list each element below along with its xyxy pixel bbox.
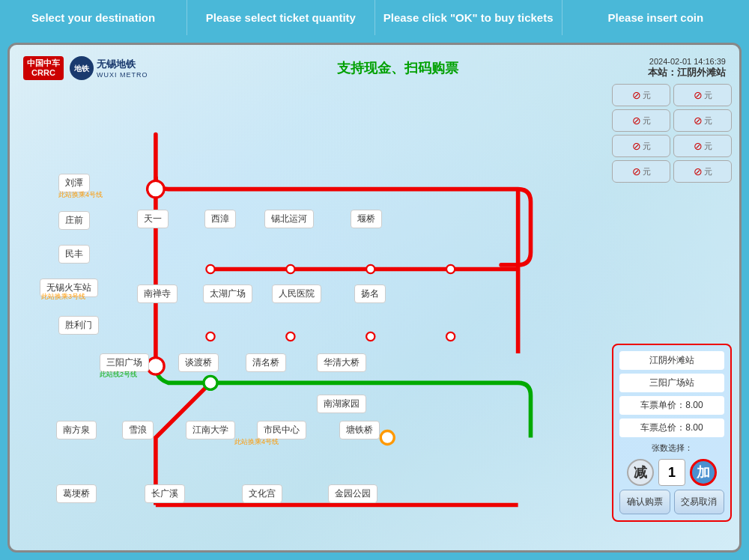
svg-point-11 — [286, 332, 294, 341]
decrease-button[interactable]: 减 — [627, 459, 654, 486]
no-icon-5: ⊘ — [632, 140, 641, 152]
transfer-note-3: 此站线2号线 — [100, 370, 137, 380]
metro-logo: 地铁 无锡地铁 WUXI METRO — [70, 56, 148, 80]
svg-text:地铁: 地铁 — [73, 64, 90, 73]
total-price: 车票总价：8.00 — [619, 419, 724, 437]
svg-point-5 — [380, 431, 394, 445]
station-minfeng[interactable]: 民丰 — [58, 245, 90, 264]
station-yangming[interactable]: 扬名 — [354, 284, 386, 303]
payment-grid: ⊘ 元 ⊘ 元 ⊘ 元 ⊘ 元 — [612, 84, 732, 183]
station-nanhu[interactable]: 南湖家园 — [317, 395, 366, 413]
station-tatieqiao[interactable]: 塘铁桥 — [339, 421, 380, 439]
station-qingmingqiao[interactable]: 清名桥 — [246, 353, 286, 372]
station-tianyi[interactable]: 天一 — [137, 210, 169, 228]
station-renminyyuan[interactable]: 人民医院 — [272, 284, 321, 303]
station-huaqing[interactable]: 华清大桥 — [317, 353, 366, 372]
metro-icon: 地铁 — [70, 56, 94, 80]
quantity-label: 张数选择： — [619, 441, 724, 455]
station-jinyuan[interactable]: 金园公园 — [328, 484, 377, 503]
svg-point-4 — [204, 377, 217, 390]
map-area: 刘潭 庄前 民丰 无锡火车站 胜利门 天一 西漳 锡北运河 堰桥 南禅寺 太湖广… — [17, 84, 606, 522]
top-instruction-bar: Select your destination Please select ti… — [0, 0, 749, 35]
action-buttons: 确认购票 交易取消 — [619, 490, 724, 514]
quantity-controls: 减 1 加 — [619, 459, 724, 486]
station-tanduqiao[interactable]: 谈渡桥 — [178, 353, 219, 372]
main-content: 中国中车 CRRC 地铁 无锡地铁 WUXI METRO — [0, 35, 749, 560]
station-shengliemen[interactable]: 胜利门 — [58, 316, 99, 335]
svg-point-2 — [148, 181, 165, 198]
right-panel: ⊘ 元 ⊘ 元 ⊘ 元 ⊘ 元 — [612, 84, 732, 522]
unit-price: 车票单价：8.00 — [619, 396, 724, 415]
metro-text: 无锡地铁 WUXI METRO — [97, 58, 148, 79]
add-button[interactable]: 加 — [690, 459, 717, 486]
from-station: 江阴外滩站 — [619, 351, 724, 370]
ticket-machine-screen: 中国中车 CRRC 地铁 无锡地铁 WUXI METRO — [7, 43, 742, 553]
station-nanfangquan[interactable]: 南方泉 — [56, 421, 97, 439]
station-taihugc[interactable]: 太湖广场 — [203, 284, 252, 303]
svg-point-3 — [148, 358, 165, 375]
station-jiangnan[interactable]: 江南大学 — [186, 421, 235, 439]
svg-point-9 — [446, 265, 455, 273]
station-gekengqiao[interactable]: 葛埂桥 — [56, 484, 97, 503]
transfer-note-2: 此站换乘3号线 — [41, 292, 85, 302]
no-icon-7: ⊘ — [632, 165, 641, 177]
payment-btn-1[interactable]: ⊘ 元 — [612, 84, 670, 106]
payment-btn-6[interactable]: ⊘ 元 — [673, 135, 732, 157]
station-changguangxi[interactable]: 长广溪 — [145, 484, 185, 503]
payment-btn-5[interactable]: ⊘ 元 — [612, 135, 670, 157]
no-icon-4: ⊘ — [694, 115, 703, 127]
svg-point-7 — [286, 265, 294, 273]
no-icon-8: ⊘ — [694, 165, 703, 177]
crrc-logo: 中国中车 CRRC — [23, 56, 64, 80]
instruction-select-destination: Select your destination — [0, 0, 187, 35]
payment-btn-7[interactable]: ⊘ 元 — [612, 160, 670, 183]
transfer-note-1: 此站换乘4号线 — [58, 190, 103, 200]
payment-btn-4[interactable]: ⊘ 元 — [673, 109, 732, 132]
no-icon-1: ⊘ — [632, 89, 641, 101]
screen-body: 刘潭 庄前 民丰 无锡火车站 胜利门 天一 西漳 锡北运河 堰桥 南禅寺 太湖广… — [17, 84, 732, 522]
instruction-click-ok: Please click "OK" to buy tickets — [375, 0, 562, 35]
no-icon-2: ⊘ — [694, 89, 703, 101]
station-xizhang[interactable]: 西漳 — [204, 210, 236, 228]
station-nanchansi[interactable]: 南禅寺 — [137, 284, 178, 303]
svg-point-8 — [366, 265, 374, 273]
purchase-panel: 江阴外滩站 三阳广场站 车票单价：8.00 车票总价：8.00 张数选择： 减 … — [612, 344, 732, 522]
payment-btn-2[interactable]: ⊘ 元 — [673, 84, 732, 106]
payment-btn-8[interactable]: ⊘ 元 — [673, 160, 732, 183]
svg-point-6 — [206, 265, 214, 273]
station-xibei[interactable]: 锡北运河 — [264, 210, 314, 228]
confirm-button[interactable]: 确认购票 — [619, 490, 670, 514]
instruction-select-quantity: Please select ticket quantity — [187, 0, 374, 35]
station-xuelang[interactable]: 雪浪 — [122, 421, 154, 439]
no-icon-3: ⊘ — [632, 115, 641, 127]
cancel-button[interactable]: 交易取消 — [674, 490, 725, 514]
payment-btn-3[interactable]: ⊘ 元 — [612, 109, 670, 132]
station-info: 2024-02-01 14:16:39 本站：江阴外滩站 — [648, 57, 726, 79]
to-station: 三阳广场站 — [619, 374, 724, 392]
station-zhuangqian[interactable]: 庄前 — [58, 211, 90, 230]
transfer-note-4: 此站换乘4号线 — [234, 437, 279, 447]
logo-area: 中国中车 CRRC 地铁 无锡地铁 WUXI METRO — [23, 56, 148, 80]
no-icon-6: ⊘ — [694, 140, 703, 152]
svg-point-10 — [206, 332, 214, 341]
screen-header: 中国中车 CRRC 地铁 无锡地铁 WUXI METRO — [17, 52, 732, 84]
support-text: 支持现金、扫码购票 — [337, 59, 458, 77]
instruction-insert-coin: Please insert coin — [562, 0, 749, 35]
svg-point-13 — [446, 332, 455, 341]
station-dangqiao[interactable]: 堰桥 — [351, 210, 382, 228]
svg-point-12 — [366, 332, 374, 341]
quantity-display: 1 — [658, 459, 685, 486]
station-wenhuagong[interactable]: 文化宫 — [242, 484, 282, 503]
